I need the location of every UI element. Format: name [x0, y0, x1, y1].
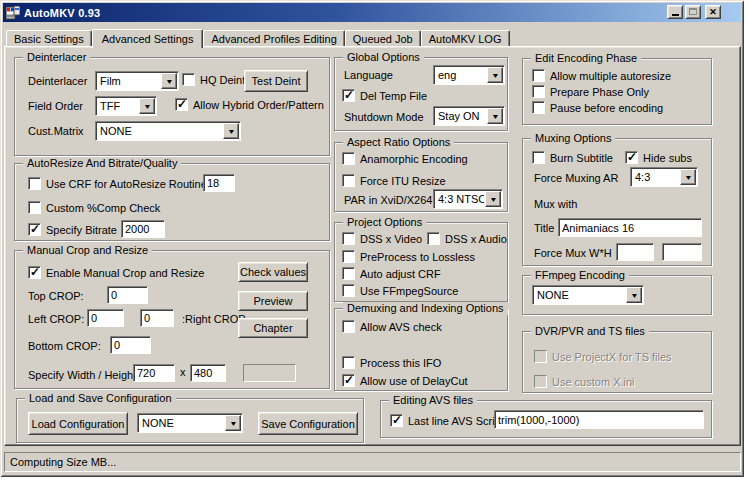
- chevron-down-icon[interactable]: [626, 287, 642, 303]
- language-select[interactable]: eng: [433, 65, 505, 85]
- checkbox-icon[interactable]: [28, 201, 41, 214]
- preview-button[interactable]: Preview: [238, 291, 308, 311]
- tab-advanced-profiles-editing[interactable]: Advanced Profiles Editing: [203, 30, 344, 46]
- checkbox-icon[interactable]: [532, 85, 545, 98]
- checkbox-icon[interactable]: [28, 223, 41, 236]
- checkbox-icon[interactable]: [427, 232, 440, 245]
- dss-video-checkbox[interactable]: DSS x Video: [342, 232, 422, 246]
- anamorphic-encoding-checkbox[interactable]: Anamorphic Encoding: [342, 152, 468, 166]
- checkbox-icon[interactable]: [342, 284, 355, 297]
- allow-multiple-autoresize-checkbox[interactable]: Allow multiple autoresize: [532, 69, 671, 83]
- allow-hybrid-checkbox[interactable]: Allow Hybrid Order/Pattern: [175, 98, 324, 112]
- cust-matrix-select[interactable]: NONE: [95, 121, 241, 141]
- checkbox-icon[interactable]: [342, 374, 355, 387]
- close-button[interactable]: ✕: [705, 5, 721, 19]
- allow-avs-check-checkbox[interactable]: Allow AVS check: [342, 320, 442, 334]
- right-crop-input[interactable]: [140, 309, 174, 327]
- pause-before-encoding-checkbox[interactable]: Pause before encoding: [532, 101, 663, 115]
- checkbox-icon[interactable]: [390, 414, 403, 427]
- allow-delaycut-checkbox[interactable]: Allow use of DelayCut: [342, 374, 468, 388]
- use-crf-checkbox[interactable]: Use CRF for AutoResize Routines: [28, 177, 212, 191]
- par-select[interactable]: 4:3 NTSC: [433, 189, 503, 209]
- tab-queued-job[interactable]: Queued Job: [345, 30, 421, 46]
- force-itu-resize-checkbox[interactable]: Force ITU Resize: [342, 174, 446, 188]
- checkbox-icon[interactable]: [625, 151, 638, 164]
- checkbox-icon[interactable]: [342, 250, 355, 263]
- chevron-down-icon[interactable]: [485, 191, 501, 207]
- load-configuration-button[interactable]: Load Configuration: [28, 412, 128, 435]
- checkbox-icon: [534, 350, 547, 363]
- title-bar[interactable]: AutoMKV 0.93: [3, 3, 741, 22]
- prepare-phase-only-checkbox[interactable]: Prepare Phase Only: [532, 85, 649, 99]
- configuration-select[interactable]: NONE: [137, 413, 243, 433]
- hq-deint-checkbox[interactable]: HQ Deint: [182, 73, 245, 87]
- avs-script-input[interactable]: [494, 410, 704, 429]
- bottom-crop-input[interactable]: [110, 336, 151, 354]
- shutdown-mode-select[interactable]: Stay ON: [433, 106, 505, 126]
- custom-comp-checkbox[interactable]: Custom %Comp Check: [28, 201, 160, 215]
- crf-input[interactable]: [203, 174, 235, 192]
- force-mux-height-input[interactable]: [662, 243, 702, 261]
- checkbox-icon[interactable]: [342, 89, 355, 102]
- use-ffmpegsource-checkbox[interactable]: Use FFmpegSource: [342, 284, 458, 298]
- force-muxing-ar-select[interactable]: 4:3: [630, 167, 698, 187]
- deinterlacer-select[interactable]: Film: [95, 71, 179, 91]
- checkbox-icon[interactable]: [342, 232, 355, 245]
- checkbox-icon[interactable]: [342, 152, 355, 165]
- deinterlacer-label: Deinterlacer: [28, 75, 87, 88]
- mux-title-input[interactable]: [558, 218, 702, 237]
- force-mux-width-input[interactable]: [616, 243, 654, 261]
- hide-subs-checkbox[interactable]: Hide subs: [625, 151, 692, 165]
- dss-audio-checkbox[interactable]: DSS x Audio: [427, 232, 507, 246]
- del-temp-file-checkbox[interactable]: Del Temp File: [342, 89, 427, 103]
- last-line-avs-checkbox[interactable]: Last line AVS Script: [390, 414, 504, 428]
- checkbox-icon[interactable]: [182, 73, 195, 86]
- specify-bitrate-checkbox[interactable]: Specify Bitrate: [28, 223, 117, 237]
- checkbox-icon[interactable]: [532, 101, 545, 114]
- status-text: Computing Size MB...: [10, 456, 116, 468]
- enable-manual-crop-checkbox[interactable]: Enable Manual Crop and Resize: [28, 266, 204, 280]
- chevron-down-icon[interactable]: [487, 67, 503, 83]
- tab-bar: Basic Settings Advanced Settings Advance…: [6, 28, 510, 46]
- chevron-down-icon[interactable]: [680, 169, 696, 185]
- test-deint-button[interactable]: Test Deint: [244, 70, 308, 92]
- ffmpeg-encoder-select[interactable]: NONE: [532, 285, 644, 305]
- width-input[interactable]: [133, 364, 175, 382]
- checkbox-icon[interactable]: [28, 177, 41, 190]
- top-crop-input[interactable]: [107, 286, 148, 304]
- checkbox-icon[interactable]: [28, 266, 41, 279]
- auto-adjust-crf-checkbox[interactable]: Auto adjust CRF: [342, 267, 441, 281]
- tab-basic-settings[interactable]: Basic Settings: [6, 30, 92, 46]
- checkbox-icon[interactable]: [342, 174, 355, 187]
- group-title: Demuxing and Indexing Options: [343, 302, 508, 315]
- process-this-ifo-checkbox[interactable]: Process this IFO: [342, 356, 441, 370]
- bitrate-input[interactable]: [121, 220, 165, 238]
- chevron-down-icon[interactable]: [223, 123, 239, 139]
- chapter-button[interactable]: Chapter: [238, 318, 308, 338]
- group-title: FFmpeg Encoding: [531, 269, 629, 282]
- checkbox-icon[interactable]: [175, 98, 188, 111]
- chevron-down-icon[interactable]: [139, 98, 155, 114]
- group-title: DVR/PVR and TS files: [531, 325, 649, 338]
- checkbox-icon[interactable]: [342, 320, 355, 333]
- checkbox-icon[interactable]: [342, 356, 355, 369]
- field-order-select[interactable]: TFF: [95, 96, 157, 116]
- checkbox-icon[interactable]: [532, 151, 545, 164]
- chevron-down-icon[interactable]: [225, 415, 241, 431]
- check-values-button[interactable]: Check values: [238, 262, 308, 282]
- group-title: Manual Crop and Resize: [23, 244, 152, 257]
- tab-automkv-log[interactable]: AutoMKV LOG: [421, 30, 510, 46]
- preprocess-lossless-checkbox[interactable]: PreProcess to Lossless: [342, 250, 475, 264]
- height-input[interactable]: [190, 364, 226, 382]
- left-crop-input[interactable]: [87, 309, 124, 327]
- checkbox-icon[interactable]: [342, 267, 355, 280]
- chevron-down-icon[interactable]: [161, 73, 177, 89]
- selected-value: 4:3: [631, 168, 679, 186]
- maximize-button[interactable]: [685, 5, 701, 19]
- checkbox-icon[interactable]: [532, 69, 545, 82]
- chevron-down-icon[interactable]: [487, 108, 503, 124]
- burn-subtitle-checkbox[interactable]: Burn Subtitle: [532, 151, 613, 165]
- save-configuration-button[interactable]: Save Configuration: [258, 412, 358, 435]
- tab-advanced-settings[interactable]: Advanced Settings: [92, 29, 204, 48]
- minimize-button[interactable]: [667, 5, 683, 19]
